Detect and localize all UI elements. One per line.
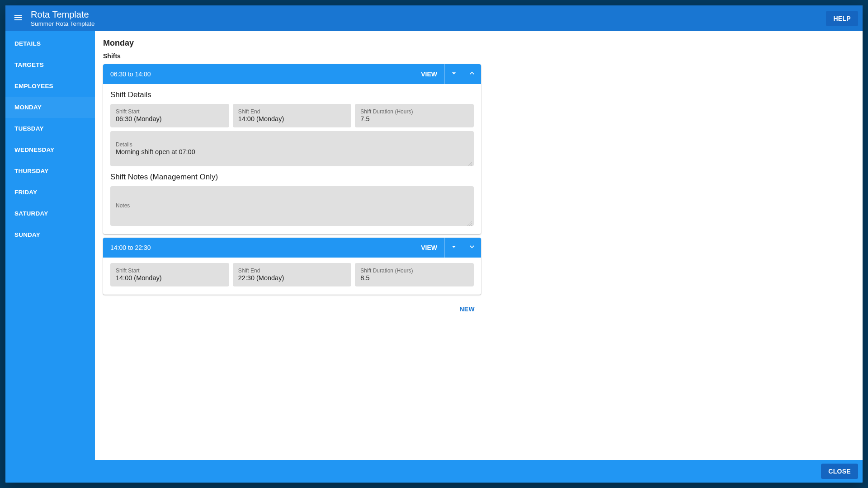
chevron-down-icon xyxy=(467,242,476,253)
main-content: Monday Shifts 06:30 to 14:00 VIEW xyxy=(95,31,863,460)
shift-notes-textarea[interactable]: Notes xyxy=(110,186,474,226)
resize-grip-icon xyxy=(467,160,472,164)
page-heading: Monday xyxy=(103,38,854,48)
shift-card-header[interactable]: 14:00 to 22:30 VIEW xyxy=(103,238,481,258)
sidebar-item-targets[interactable]: TARGETS xyxy=(5,54,95,75)
sidebar-item-details[interactable]: DETAILS xyxy=(5,33,95,54)
resize-grip-icon xyxy=(467,220,472,224)
field-value: Morning shift open at 07:00 xyxy=(116,148,468,155)
shift-card-header[interactable]: 06:30 to 14:00 VIEW xyxy=(103,64,481,84)
sidebar-item-saturday[interactable]: SATURDAY xyxy=(5,203,95,224)
field-label: Shift Start xyxy=(116,267,224,274)
expand-button[interactable] xyxy=(463,238,481,258)
shift-duration-field[interactable]: Shift Duration (Hours) 7.5 xyxy=(355,104,474,127)
field-label: Details xyxy=(116,141,468,148)
dialog-title: Rota Template xyxy=(31,9,95,20)
sidebar-item-monday[interactable]: MONDAY xyxy=(5,97,95,118)
new-shift-button[interactable]: NEW xyxy=(453,303,481,315)
close-button[interactable]: CLOSE xyxy=(821,464,858,479)
field-value: 14:00 (Monday) xyxy=(238,115,346,122)
shift-start-field[interactable]: Shift Start 06:30 (Monday) xyxy=(110,104,229,127)
rota-template-dialog: Rota Template Summer Rota Template HELP … xyxy=(5,5,863,483)
caret-down-icon xyxy=(449,242,458,253)
shift-card: 14:00 to 22:30 VIEW xyxy=(103,238,481,295)
sidebar-item-thursday[interactable]: THURSDAY xyxy=(5,160,95,182)
field-label: Shift Duration (Hours) xyxy=(360,267,468,274)
field-label: Shift End xyxy=(238,267,346,274)
dialog-footer: CLOSE xyxy=(5,460,863,483)
shift-card-body: Shift Details Shift Start 06:30 (Monday)… xyxy=(103,84,481,234)
sidebar-item-tuesday[interactable]: TUESDAY xyxy=(5,118,95,139)
shift-fields-row: Shift Start 06:30 (Monday) Shift End 14:… xyxy=(110,104,474,127)
shift-menu-button[interactable] xyxy=(445,64,463,84)
shift-card: 06:30 to 14:00 VIEW xyxy=(103,64,481,234)
shifts-label: Shifts xyxy=(103,52,854,60)
sidebar-item-employees[interactable]: EMPLOYEES xyxy=(5,75,95,97)
dialog-titlebar: Rota Template Summer Rota Template HELP xyxy=(5,5,863,31)
dialog-body: DETAILS TARGETS EMPLOYEES MONDAY TUESDAY… xyxy=(5,31,863,460)
field-label: Shift Duration (Hours) xyxy=(360,108,468,115)
shift-menu-button[interactable] xyxy=(445,238,463,258)
dialog-titles: Rota Template Summer Rota Template xyxy=(31,9,95,28)
view-button[interactable]: VIEW xyxy=(414,64,444,84)
shift-details-title: Shift Details xyxy=(110,90,474,99)
collapse-button[interactable] xyxy=(463,64,481,84)
shift-header-actions: VIEW xyxy=(414,238,481,258)
hamburger-icon xyxy=(13,13,23,24)
field-value: 8.5 xyxy=(360,274,468,282)
sidebar-item-sunday[interactable]: SUNDAY xyxy=(5,224,95,245)
sidebar-item-friday[interactable]: FRIDAY xyxy=(5,182,95,203)
chevron-up-icon xyxy=(467,69,476,80)
shift-details-textarea[interactable]: Details Morning shift open at 07:00 xyxy=(110,131,474,166)
shift-time-range: 14:00 to 22:30 xyxy=(110,244,151,251)
sidebar: DETAILS TARGETS EMPLOYEES MONDAY TUESDAY… xyxy=(5,31,95,460)
field-value: 7.5 xyxy=(360,115,468,122)
field-label: Shift End xyxy=(238,108,346,115)
shift-notes-title: Shift Notes (Management Only) xyxy=(110,173,474,182)
shift-time-range: 06:30 to 14:00 xyxy=(110,70,151,78)
shift-duration-field[interactable]: Shift Duration (Hours) 8.5 xyxy=(355,263,474,286)
dialog-subtitle: Summer Rota Template xyxy=(31,20,95,28)
shift-end-field[interactable]: Shift End 22:30 (Monday) xyxy=(233,263,352,286)
sidebar-item-wednesday[interactable]: WEDNESDAY xyxy=(5,139,95,160)
caret-down-icon xyxy=(449,69,458,80)
shift-start-field[interactable]: Shift Start 14:00 (Monday) xyxy=(110,263,229,286)
menu-button[interactable] xyxy=(9,9,27,28)
new-shift-row: NEW xyxy=(103,303,481,315)
view-button[interactable]: VIEW xyxy=(414,238,444,258)
field-value: 22:30 (Monday) xyxy=(238,274,346,282)
field-label: Shift Start xyxy=(116,108,224,115)
shift-header-actions: VIEW xyxy=(414,64,481,84)
field-label: Notes xyxy=(116,202,468,209)
shift-card-body: Shift Start 14:00 (Monday) Shift End 22:… xyxy=(103,258,481,295)
shifts-list: 06:30 to 14:00 VIEW xyxy=(103,64,481,295)
shift-end-field[interactable]: Shift End 14:00 (Monday) xyxy=(233,104,352,127)
help-button[interactable]: HELP xyxy=(826,11,858,26)
field-value: 14:00 (Monday) xyxy=(116,274,224,282)
shift-fields-row: Shift Start 14:00 (Monday) Shift End 22:… xyxy=(110,263,474,286)
field-value: 06:30 (Monday) xyxy=(116,115,224,122)
